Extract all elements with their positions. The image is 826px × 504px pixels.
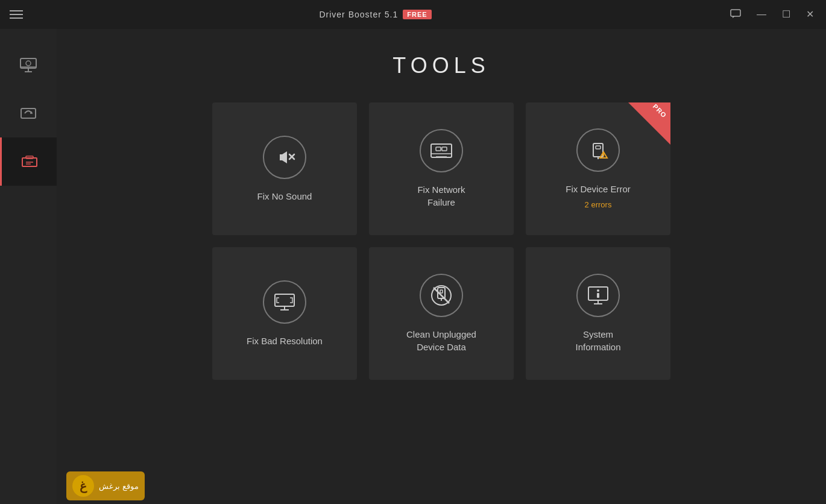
watermark-text: موقع برغش [99, 482, 139, 491]
svg-point-24 [603, 157, 604, 158]
fix-bad-resolution-label: Fix Bad Resolution [247, 335, 323, 347]
title-bar-center: Driver Booster 5.1 FREE [319, 10, 431, 19]
svg-rect-6 [21, 109, 36, 118]
svg-rect-17 [442, 147, 447, 151]
fix-bad-resolution-icon [263, 280, 306, 324]
clean-unplugged-label: Clean UnpluggedDevice Data [406, 328, 476, 353]
watermark-icon: غ [72, 475, 94, 497]
title-bar-controls: — ☐ ✕ [728, 8, 816, 22]
sidebar-item-display[interactable] [0, 41, 57, 89]
watermark-box: غ موقع برغش [66, 471, 145, 500]
chat-button[interactable] [728, 8, 743, 22]
fix-device-error-card[interactable]: PRO Fix Device Error 2 errors [526, 102, 670, 235]
fix-no-sound-icon [263, 136, 306, 179]
clean-unplugged-icon [420, 274, 463, 317]
app-title: Driver Booster 5.1 [319, 10, 398, 19]
watermark: غ موقع برغش [57, 468, 154, 504]
free-badge: FREE [403, 10, 431, 19]
hamburger-menu[interactable] [10, 10, 23, 19]
page-title: TOOLS [393, 53, 490, 78]
fix-no-sound-card[interactable]: Fix No Sound [212, 102, 357, 235]
sidebar-item-restore[interactable] [0, 89, 57, 137]
close-button[interactable]: ✕ [804, 8, 816, 20]
fix-device-error-count: 2 errors [585, 200, 612, 209]
clean-unplugged-card[interactable]: Clean UnpluggedDevice Data [369, 247, 514, 380]
sidebar-item-tools[interactable] [0, 137, 57, 186]
system-information-label: SystemInformation [575, 328, 620, 353]
fix-bad-resolution-card[interactable]: Fix Bad Resolution [212, 247, 357, 380]
fix-device-error-label: Fix Device Error [566, 183, 631, 195]
svg-rect-14 [431, 144, 452, 157]
title-bar-left [10, 10, 23, 19]
svg-point-36 [597, 289, 599, 292]
minimize-button[interactable]: — [754, 8, 769, 20]
fix-network-failure-card[interactable]: Fix NetworkFailure [369, 102, 514, 235]
svg-rect-20 [596, 146, 601, 149]
tools-grid: Fix No Sound Fix NetworkFailure [212, 102, 670, 380]
maximize-button[interactable]: ☐ [780, 8, 793, 20]
fix-network-failure-label: Fix NetworkFailure [417, 183, 465, 209]
system-information-card[interactable]: SystemInformation [526, 247, 670, 380]
svg-rect-0 [731, 10, 740, 16]
svg-rect-29 [440, 290, 443, 293]
svg-rect-37 [597, 293, 599, 298]
fix-network-failure-icon [420, 129, 463, 172]
svg-point-4 [26, 61, 31, 66]
fix-device-error-icon [576, 128, 620, 172]
sidebar [0, 29, 57, 504]
fix-no-sound-label: Fix No Sound [257, 190, 312, 203]
svg-marker-11 [280, 151, 287, 163]
svg-rect-25 [275, 294, 294, 306]
main-layout: TOOLS Fix No Sound [0, 29, 826, 504]
svg-rect-16 [436, 147, 441, 151]
content-area: TOOLS Fix No Sound [57, 29, 826, 504]
title-bar: Driver Booster 5.1 FREE — ☐ ✕ [0, 0, 826, 29]
pro-badge [628, 102, 670, 145]
system-information-icon [576, 274, 620, 317]
